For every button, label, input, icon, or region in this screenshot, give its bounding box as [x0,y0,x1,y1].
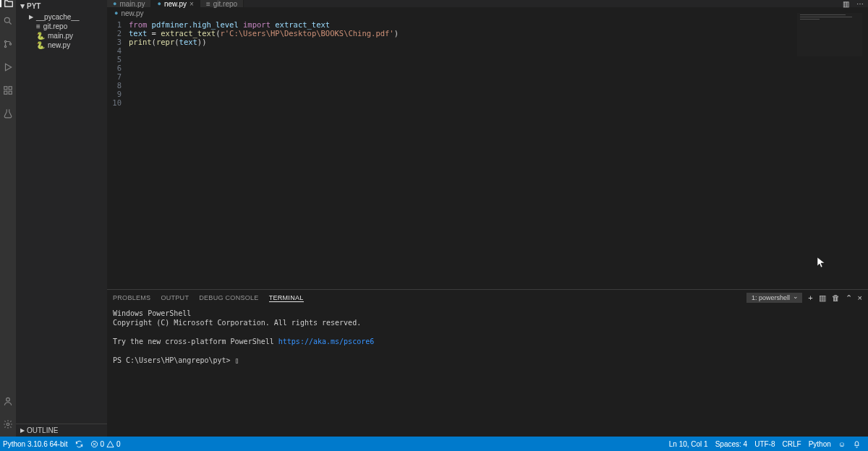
python-icon: 🐍 [36,41,45,49]
chevron-down-icon: ▶ [20,4,26,9]
editor-tab[interactable]: ● new.py × [151,0,200,7]
status-language[interactable]: Python [809,440,831,448]
split-terminal-icon[interactable]: ▥ [819,293,826,303]
more-icon[interactable]: ⋯ [856,0,864,8]
status-problems[interactable]: 0 0 [90,440,121,448]
tree-file[interactable]: 🐍 main.py [16,31,107,40]
extensions-icon[interactable] [0,81,16,100]
panel-tab-problems[interactable]: PROBLEMS [113,294,150,301]
svg-rect-7 [9,91,12,94]
settings-icon[interactable] [0,415,16,434]
panel-tab-terminal[interactable]: TERMINAL [269,294,304,302]
editor-area: ● main.py ● new.py × ≡ git.repo ▥ ⋯ ● ne… [107,0,868,289]
python-icon: ● [157,0,161,7]
python-icon: 🐍 [36,32,45,40]
panel-tabs: PROBLEMS OUTPUT DEBUG CONSOLE TERMINAL 1… [107,290,868,306]
breadcrumb[interactable]: ● new.py [107,7,868,19]
tab-label: git.repo [213,0,237,8]
split-editor-icon[interactable]: ▥ [843,0,849,8]
file-icon: ≡ [206,0,210,8]
chevron-right-icon: ▶ [20,427,25,434]
svg-point-1 [4,40,6,42]
maximize-panel-icon[interactable]: ⌃ [846,293,852,303]
minimap[interactable] [797,13,862,56]
source-control-icon[interactable] [0,35,16,53]
outline-label: OUTLINE [27,426,58,434]
status-encoding[interactable]: UTF-8 [754,440,775,448]
tree-file[interactable]: 🐍 new.py [16,40,107,50]
chevron-right-icon: ▶ [29,14,33,20]
testing-icon[interactable] [0,104,16,123]
tree-file[interactable]: ≡ git.repo [16,22,107,31]
tree-label: main.py [48,32,73,40]
status-feedback-icon[interactable]: ☺ [838,440,846,448]
breadcrumb-label: new.py [121,9,143,17]
tab-bar: ● main.py ● new.py × ≡ git.repo ▥ ⋯ [107,0,868,7]
python-icon: ● [114,9,118,17]
status-git-sync[interactable] [75,440,83,448]
svg-rect-6 [4,91,7,94]
new-terminal-icon[interactable]: + [808,293,812,302]
outline-section[interactable]: ▶ OUTLINE [16,424,107,437]
status-eol[interactable]: CRLF [783,440,801,448]
kill-terminal-icon[interactable]: 🗑 [832,293,840,302]
panel-tab-debug-console[interactable]: DEBUG CONSOLE [199,294,258,301]
svg-rect-5 [9,87,12,90]
bottom-panel: PROBLEMS OUTPUT DEBUG CONSOLE TERMINAL 1… [107,289,868,437]
project-root[interactable]: ▶ PYT [16,0,107,12]
status-notifications-icon[interactable] [853,440,861,448]
svg-rect-4 [4,87,7,90]
accounts-icon[interactable] [0,392,16,411]
tab-label: new.py [164,0,187,8]
activity-bar [0,0,16,437]
explorer-sidebar: ▶ PYT ▶ __pycache__ ≡ git.repo 🐍 main.py… [16,0,107,437]
search-icon[interactable] [0,12,16,30]
tree-label: __pycache__ [36,13,80,21]
status-bar: Python 3.10.6 64-bit 0 0 Ln 10, Col 1 Sp… [0,437,868,451]
editor-tab[interactable]: ● main.py [107,0,151,7]
panel-tab-output[interactable]: OUTPUT [161,294,189,301]
tree-folder[interactable]: ▶ __pycache__ [16,12,107,22]
editor-tab[interactable]: ≡ git.repo [200,0,244,7]
status-lncol[interactable]: Ln 10, Col 1 [669,440,708,448]
tree-label: new.py [48,41,70,49]
svg-point-8 [7,398,10,401]
status-python[interactable]: Python 3.10.6 64-bit [3,440,68,448]
run-debug-icon[interactable] [0,58,16,77]
code-editor[interactable]: 1from pdfminer.high_level import extract… [107,19,868,107]
python-icon: ● [113,0,116,7]
svg-point-0 [4,17,9,22]
project-name: PYT [27,2,41,10]
file-icon: ≡ [36,22,41,30]
close-icon[interactable]: × [190,0,194,8]
svg-point-9 [7,423,9,426]
svg-point-3 [9,43,11,45]
tree-label: git.repo [43,22,67,30]
terminal-select[interactable]: 1: powershell [746,293,802,303]
explorer-icon[interactable] [0,0,16,7]
status-spaces[interactable]: Spaces: 4 [715,440,747,448]
terminal[interactable]: Windows PowerShellCopyright (C) Microsof… [107,306,868,368]
tab-label: main.py [119,0,145,8]
close-panel-icon[interactable]: × [858,293,862,302]
svg-point-2 [4,46,6,47]
